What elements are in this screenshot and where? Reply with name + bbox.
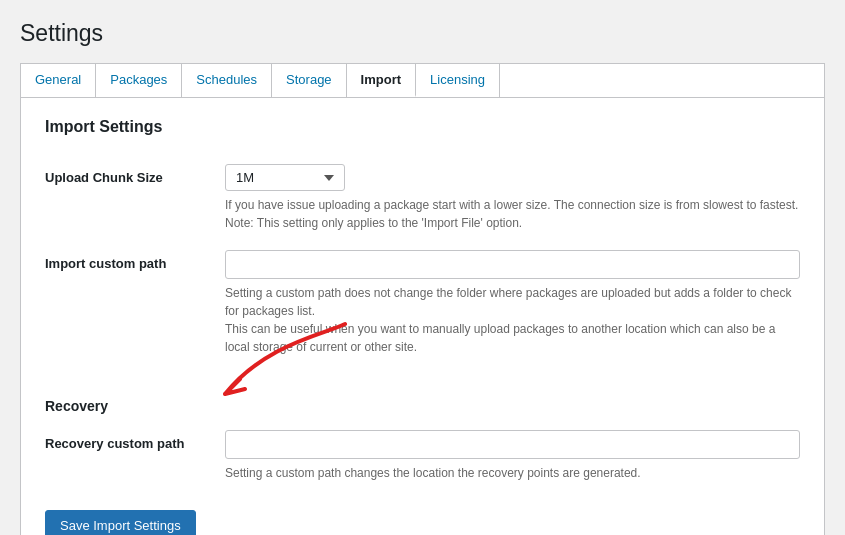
chunk-size-select[interactable]: 512K 1M 2M 4M 8M bbox=[225, 164, 345, 191]
import-custom-path-control: Setting a custom path does not change th… bbox=[225, 250, 800, 356]
tab-licensing[interactable]: Licensing bbox=[416, 64, 500, 97]
recovery-heading-row bbox=[45, 374, 800, 380]
tab-storage[interactable]: Storage bbox=[272, 64, 347, 97]
upload-chunk-size-row: Upload Chunk Size 512K 1M 2M 4M 8M If yo… bbox=[45, 164, 800, 232]
import-custom-path-desc: Setting a custom path does not change th… bbox=[225, 284, 800, 356]
page-title: Settings bbox=[20, 20, 825, 47]
import-custom-path-label: Import custom path bbox=[45, 250, 225, 271]
recovery-custom-path-row: Recovery custom path Setting a custom pa… bbox=[45, 430, 800, 482]
tab-import[interactable]: Import bbox=[347, 64, 416, 97]
tab-schedules[interactable]: Schedules bbox=[182, 64, 272, 97]
content-area: Import Settings Upload Chunk Size 512K 1… bbox=[20, 97, 825, 535]
tab-general[interactable]: General bbox=[21, 64, 96, 97]
upload-chunk-size-label: Upload Chunk Size bbox=[45, 164, 225, 185]
tabs-bar: General Packages Schedules Storage Impor… bbox=[20, 63, 825, 97]
tab-packages[interactable]: Packages bbox=[96, 64, 182, 97]
recovery-custom-path-desc: Setting a custom path changes the locati… bbox=[225, 464, 800, 482]
import-settings-title: Import Settings bbox=[45, 118, 800, 144]
recovery-section-title: Recovery bbox=[45, 398, 800, 414]
chunk-size-desc: If you have issue uploading a package st… bbox=[225, 196, 800, 232]
save-import-settings-button[interactable]: Save Import Settings bbox=[45, 510, 196, 535]
recovery-custom-path-input[interactable] bbox=[225, 430, 800, 459]
upload-chunk-size-control: 512K 1M 2M 4M 8M If you have issue uploa… bbox=[225, 164, 800, 232]
recovery-custom-path-label: Recovery custom path bbox=[45, 430, 225, 451]
recovery-heading-label bbox=[45, 374, 225, 380]
import-custom-path-row: Import custom path Setting a custom path… bbox=[45, 250, 800, 356]
import-custom-path-input[interactable] bbox=[225, 250, 800, 279]
recovery-section-wrap: Recovery bbox=[45, 374, 800, 414]
recovery-custom-path-control: Setting a custom path changes the locati… bbox=[225, 430, 800, 482]
